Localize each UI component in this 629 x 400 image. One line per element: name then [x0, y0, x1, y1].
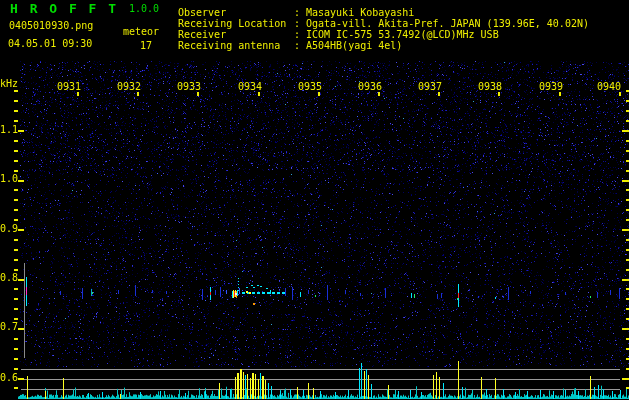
spectrogram-canvas — [0, 0, 629, 400]
info-value: A504HB(yagi 4el) — [306, 41, 402, 51]
colon: : — [294, 8, 306, 18]
info-row-location: Receiving Location:Ogata-vill. Akita-Pre… — [178, 19, 589, 29]
info-label: Receiver — [178, 30, 294, 40]
app-title: H R O F F T — [10, 2, 118, 15]
mode-label: meteor — [123, 27, 159, 37]
time-tick-label: 0939 — [539, 82, 563, 92]
info-row-receiver: Receiver:ICOM IC-575 53.7492(@LCD)MHz US… — [178, 30, 499, 40]
time-tick-label: 0932 — [117, 82, 141, 92]
colon: : — [294, 19, 306, 29]
freq-tick-label: 1.0 — [0, 174, 18, 184]
freq-tick-label: 0.6 — [0, 373, 18, 383]
info-value: Ogata-vill. Akita-Pref. JAPAN (139.96E, … — [306, 19, 589, 29]
time-tick-label: 0938 — [478, 82, 502, 92]
time-tick-label: 0931 — [57, 82, 81, 92]
time-tick-label: 0940 — [597, 82, 621, 92]
info-label: Receiving antenna — [178, 41, 294, 51]
info-value: ICOM IC-575 53.7492(@LCD)MHz USB — [306, 30, 499, 40]
output-file-name: 0405010930.png — [9, 21, 93, 31]
freq-tick-label: 0.9 — [0, 224, 18, 234]
freq-tick-label: 0.8 — [0, 273, 18, 283]
info-value: Masayuki Kobayashi — [306, 8, 414, 18]
info-label: Observer — [178, 8, 294, 18]
info-row-antenna: Receiving antenna:A504HB(yagi 4el) — [178, 41, 402, 51]
freq-tick-label: 0.7 — [0, 322, 18, 332]
colon: : — [294, 41, 306, 51]
time-tick-label: 0937 — [418, 82, 442, 92]
freq-axis-unit: kHz — [0, 79, 18, 89]
time-tick-label: 0934 — [238, 82, 262, 92]
info-row-observer: Observer:Masayuki Kobayashi — [178, 8, 414, 18]
time-tick-label: 0935 — [298, 82, 322, 92]
time-tick-label: 0936 — [358, 82, 382, 92]
app-version: 1.0.0 — [129, 4, 159, 14]
hrofft-output-screen: H R O F F T 1.0.0 0405010930.png meteor … — [0, 0, 629, 400]
info-label: Receiving Location — [178, 19, 294, 29]
observation-datetime: 04.05.01 09:30 — [8, 39, 92, 49]
freq-tick-label: 1.1 — [0, 125, 18, 135]
time-tick-label: 0933 — [177, 82, 201, 92]
echo-count: 17 — [140, 41, 152, 51]
colon: : — [294, 30, 306, 40]
